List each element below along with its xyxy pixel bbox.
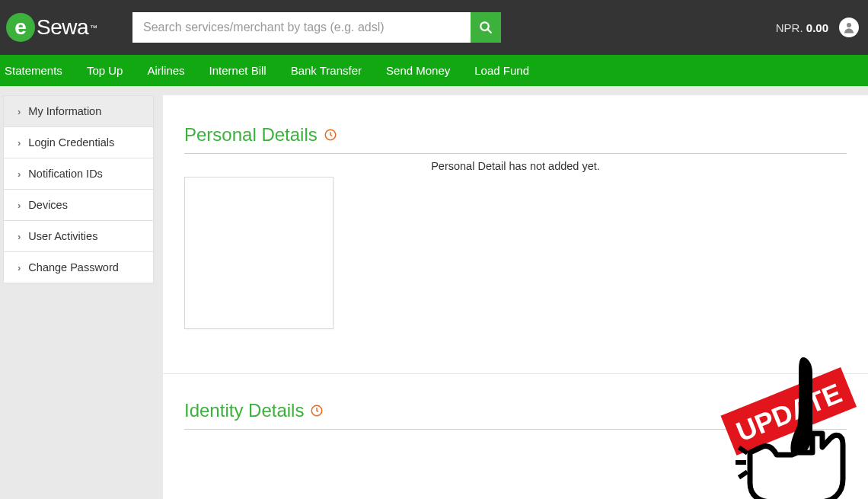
search-button[interactable]	[471, 12, 501, 43]
chevron-right-icon: ›	[18, 231, 21, 242]
identity-section: Identity Details	[163, 373, 868, 430]
content: › My Information › Login Credentials › N…	[0, 86, 868, 499]
balance-label: NPR. 0.00	[776, 21, 828, 34]
nav-internet-bill[interactable]: Internet Bill	[197, 64, 279, 77]
sidebar-item-user-activities[interactable]: › User Activities	[3, 220, 154, 252]
brand-logo-mark: e	[6, 13, 35, 42]
search-icon	[479, 21, 493, 34]
sidebar-item-my-information[interactable]: › My Information	[3, 95, 154, 127]
sidebar-item-label: Notification IDs	[28, 168, 103, 180]
nav-airlines[interactable]: Airlines	[135, 64, 196, 77]
balance-amount: 0.00	[806, 21, 828, 34]
svg-point-2	[847, 23, 851, 27]
divider	[184, 429, 847, 430]
sidebar-item-change-password[interactable]: › Change Password	[3, 251, 154, 283]
brand-tm: ™	[90, 24, 97, 32]
sidebar-item-label: Login Credentials	[28, 136, 114, 149]
nav-send-money[interactable]: Send Money	[374, 64, 462, 77]
nav-statements[interactable]: Statements	[3, 64, 75, 77]
sidebar-item-label: User Activities	[28, 230, 97, 242]
brand-logo[interactable]: e Sewa ™	[6, 13, 97, 42]
sidebar-item-devices[interactable]: › Devices	[3, 189, 154, 221]
nav-load-fund[interactable]: Load Fund	[462, 64, 541, 77]
sidebar-item-label: Change Password	[28, 261, 119, 273]
sidebar-item-notification-ids[interactable]: › Notification IDs	[3, 158, 154, 190]
nav-topup[interactable]: Top Up	[75, 64, 136, 77]
topbar: e Sewa ™ NPR. 0.00	[0, 0, 868, 55]
chevron-right-icon: ›	[18, 262, 21, 273]
svg-line-1	[487, 29, 491, 33]
nav-bank-transfer[interactable]: Bank Transfer	[279, 64, 374, 77]
clock-icon	[310, 404, 324, 417]
chevron-right-icon: ›	[18, 168, 21, 180]
personal-empty-message: Personal Detail has not added yet.	[184, 160, 847, 172]
sidebar: › My Information › Login Credentials › N…	[3, 95, 154, 283]
sidebar-item-label: Devices	[28, 199, 68, 211]
divider	[184, 153, 847, 154]
chevron-right-icon: ›	[18, 200, 21, 211]
brand-logo-text: Sewa	[37, 15, 88, 40]
identity-details-heading: Identity Details	[184, 400, 847, 421]
user-icon	[842, 21, 856, 34]
balance-area: NPR. 0.00	[776, 18, 859, 37]
search-input[interactable]	[132, 12, 471, 43]
personal-details-heading: Personal Details	[184, 124, 847, 146]
main-nav: Statements Top Up Airlines Internet Bill…	[0, 55, 868, 86]
main-panel: Personal Details Personal Detail has not…	[163, 95, 868, 499]
profile-photo-placeholder	[184, 177, 333, 329]
sidebar-item-login-credentials[interactable]: › Login Credentials	[3, 126, 154, 158]
clock-icon	[324, 128, 337, 142]
search-form	[132, 12, 501, 43]
sidebar-item-label: My Information	[28, 105, 101, 117]
user-avatar[interactable]	[839, 18, 859, 37]
chevron-right-icon: ›	[18, 106, 21, 117]
chevron-right-icon: ›	[18, 137, 21, 149]
